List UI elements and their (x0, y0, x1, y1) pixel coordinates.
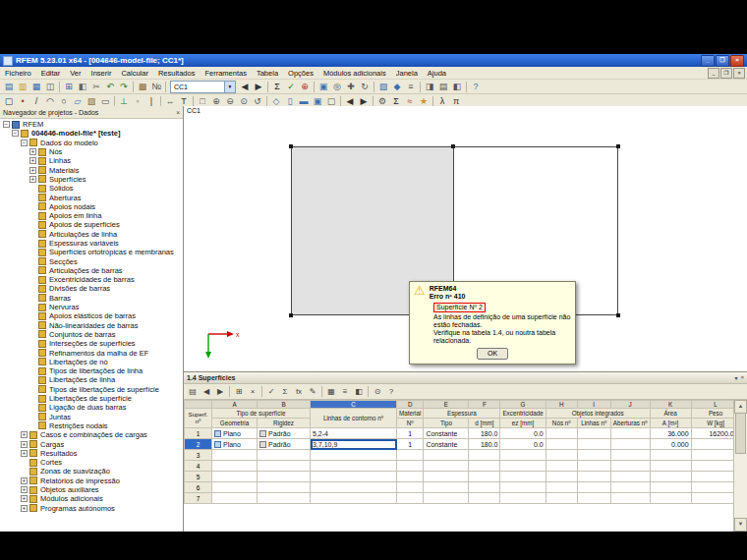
scroll-thumb[interactable] (735, 413, 746, 454)
table-vertical-scrollbar[interactable]: ▲ ▼ (733, 400, 747, 532)
tree-item-nervuras[interactable]: Nervuras (0, 303, 183, 311)
menu-ajuda[interactable]: Ajuda (423, 69, 451, 78)
minimize-button[interactable]: _ (701, 55, 715, 67)
column-letter-e[interactable]: E (424, 401, 469, 409)
navigator-toggle-icon[interactable]: ◧ (450, 81, 464, 93)
cell-f-row-6[interactable] (469, 482, 500, 493)
cell-h-row-1[interactable] (546, 428, 577, 439)
panel-toggle-icon[interactable]: ◨ (423, 81, 436, 93)
cell-b-row-3[interactable] (258, 450, 311, 461)
cell-j-row-7[interactable] (610, 493, 650, 504)
undo-icon[interactable]: ↶ (103, 81, 117, 93)
row-number[interactable]: 7 (185, 493, 212, 504)
menu-tabela[interactable]: Tabela (252, 69, 283, 78)
cell-a-row-6[interactable] (212, 482, 258, 493)
tree-item-cargas[interactable]: +Cargas (0, 439, 183, 448)
cell-d-row-5[interactable] (397, 472, 424, 482)
table-help-icon[interactable]: ? (384, 385, 398, 398)
tree-item-resultados[interactable]: +Resultados (0, 449, 183, 458)
column-letter-i[interactable]: I (577, 401, 610, 409)
load-case-combo[interactable]: CC1▾ (170, 81, 236, 93)
tree-item-aberturas[interactable]: Aberturas (0, 193, 183, 201)
cell-j-row-5[interactable] (610, 472, 650, 482)
render-view-icon[interactable]: ▣ (316, 81, 330, 93)
cell-i-row-4[interactable] (577, 461, 610, 472)
filter-icon[interactable]: ▦ (324, 385, 338, 398)
find-icon[interactable]: ⊙ (371, 385, 384, 398)
expand-icon[interactable]: + (21, 495, 28, 502)
tree-item-refinamentos-da-malha-de-ef[interactable]: Refinamentos da malha de EF (0, 348, 183, 357)
expand-icon[interactable]: + (21, 431, 28, 438)
new-load-icon[interactable]: ⊕ (298, 81, 312, 93)
cell-c-row-1[interactable]: 5,2-4 (311, 428, 397, 439)
mdi-close-button[interactable]: × (733, 68, 745, 79)
column-letter-h[interactable]: H (546, 401, 577, 409)
column-letter-c[interactable]: C (311, 401, 397, 409)
row-number[interactable]: 5 (185, 472, 212, 482)
cell-h-row-5[interactable] (546, 472, 577, 482)
tree-item-cortes[interactable]: Cortes (0, 458, 183, 467)
cell-g-row-4[interactable] (500, 461, 546, 472)
cell-b-row-2[interactable]: Padrão (258, 439, 311, 450)
cell-i-row-1[interactable] (577, 428, 610, 439)
tree-item-espessuras-variaveis[interactable]: Espessuras variáveis (0, 239, 183, 248)
copy-icon[interactable]: ◧ (76, 81, 89, 93)
tree-item-libertacoes-de-superficie[interactable]: Libertações de superfície (0, 394, 183, 403)
tree-item-programas-autonomos[interactable]: +Programas autónomos (0, 503, 183, 512)
open-file-icon[interactable]: ▥ (16, 81, 29, 93)
numbering-icon[interactable]: № (149, 81, 163, 93)
cell-a-row-2[interactable]: Plano (212, 439, 258, 450)
cell-c-row-2[interactable]: 3,7,10,9 (311, 439, 397, 450)
rotate-view-icon[interactable]: ↻ (358, 81, 372, 93)
scroll-down-icon[interactable]: ▼ (734, 518, 747, 532)
table-panel-dock-icon[interactable]: ▾ (734, 374, 737, 381)
cell-d-row-1[interactable]: 1 (397, 428, 424, 439)
cell-h-row-2[interactable] (546, 439, 577, 450)
collapse-icon[interactable]: − (3, 121, 10, 128)
expand-icon[interactable]: + (21, 450, 28, 457)
view-options-icon[interactable]: ≡ (338, 385, 352, 398)
cell-b-row-5[interactable] (258, 472, 311, 482)
menu-opcoes[interactable]: Opções (283, 69, 318, 78)
cell-e-row-4[interactable] (424, 461, 469, 472)
tree-item-nos[interactable]: +Nós (0, 147, 183, 156)
cell-j-row-6[interactable] (610, 482, 650, 493)
expand-icon[interactable]: + (21, 486, 28, 493)
expand-icon[interactable]: + (29, 167, 36, 174)
expand-icon[interactable]: + (29, 148, 36, 155)
surfaces-view-icon[interactable]: ▧ (376, 81, 390, 93)
cell-i-row-2[interactable] (577, 439, 610, 450)
grid-toggle-icon[interactable]: ≡ (404, 81, 418, 93)
tree-item-tipos-de-libertacoes-de-linha[interactable]: Tipos de libertações de linha (0, 366, 183, 375)
cell-e-row-3[interactable] (424, 450, 469, 461)
cell-k-row-6[interactable] (650, 482, 691, 493)
menu-janela[interactable]: Janela (391, 69, 423, 78)
tree-item-conjuntos-de-barras[interactable]: Conjuntos de barras (0, 330, 183, 339)
cell-b-row-4[interactable] (258, 461, 311, 472)
expand-icon[interactable]: + (29, 157, 36, 164)
chevron-down-icon[interactable]: ▾ (224, 82, 235, 92)
cell-c-row-6[interactable] (311, 482, 397, 493)
previous-load-case-icon[interactable]: ◀ (238, 81, 252, 93)
cell-e-row-5[interactable] (424, 472, 469, 482)
tree-item-casos-e-combinacoes-de-cargas[interactable]: +Casos e combinações de cargas (0, 430, 183, 439)
tree-item-articulacoes-de-linha[interactable]: Articulações de linha (0, 230, 183, 239)
tree-item-libertacoes-de-no[interactable]: Libertações de nó (0, 358, 183, 366)
cell-k-row-7[interactable] (650, 493, 691, 504)
expand-icon[interactable]: + (21, 441, 28, 448)
previous-table-icon[interactable]: ◀ (200, 385, 213, 398)
cell-c-row-4[interactable] (311, 461, 397, 472)
cell-d-row-6[interactable] (397, 482, 424, 493)
expand-icon[interactable]: + (29, 176, 36, 183)
cell-c-row-3[interactable] (311, 450, 397, 461)
tree-item-objetos-auxiliares[interactable]: +Objetos auxiliares (0, 485, 183, 494)
cell-f-row-1[interactable]: 180.0 (469, 428, 500, 439)
ok-button[interactable]: OK (477, 348, 508, 360)
cell-k-row-4[interactable] (650, 461, 691, 472)
cell-d-row-7[interactable] (397, 493, 424, 504)
navigator-close-icon[interactable]: × (176, 109, 180, 116)
apply-icon[interactable]: ✓ (264, 385, 278, 398)
tree-item-superficies-ortotropicas-e-membranas[interactable]: Superfícies ortotrópicas e membranas (0, 248, 183, 256)
table-list-icon[interactable]: ▤ (186, 385, 200, 398)
tree-item-articulacoes-de-barras[interactable]: Articulações de barras (0, 266, 183, 275)
